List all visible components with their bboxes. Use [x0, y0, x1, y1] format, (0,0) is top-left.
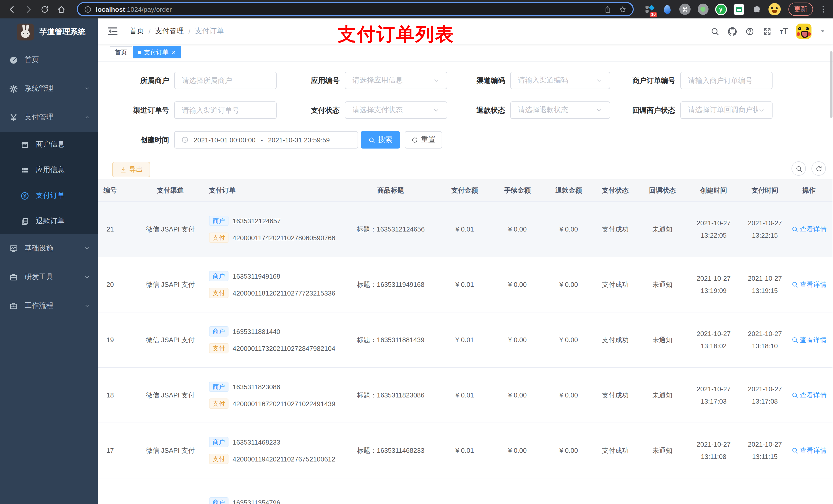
table-row: 20 微信 JSAPI 支付 商户1635311949168 支付4200001… [98, 257, 832, 312]
chevron-down-icon [84, 86, 90, 92]
payment-submenu: 商户信息 应用信息 支付订单 退款订单 [0, 131, 98, 234]
font-size-icon[interactable]: TT [780, 27, 788, 35]
tab-pay-order[interactable]: 支付订单 [133, 46, 181, 58]
table-header-row: 编号 支付渠道 支付订单 商品标题 支付金额 手续金额 退款金额 支付状态 回调… [98, 179, 832, 202]
browser-toolbar: localhost:1024/pay/order 10 y 更新 [0, 0, 833, 19]
status-badge: 支付成功 [589, 280, 642, 289]
extension-blocks-icon[interactable]: 10 [643, 3, 655, 15]
red-annotation-text: 支付订单列表 [338, 22, 454, 47]
view-detail-link[interactable]: 查看详情 [785, 446, 832, 455]
sidebar-item-merchant-info[interactable]: 商户信息 [0, 131, 98, 157]
page-scrollbar-thumb[interactable] [830, 51, 832, 118]
sidebar-item-app-info[interactable]: 应用信息 [0, 157, 98, 183]
filter-label-notify-status: 回调商户状态 [609, 101, 675, 119]
merchant-filter-input[interactable] [174, 72, 277, 89]
app-filter-select[interactable]: 请选择应用信息 [345, 72, 447, 89]
app-title: 芋道管理系统 [40, 27, 86, 37]
magnifier-icon [791, 337, 798, 343]
merchant-order-no-input[interactable] [680, 72, 772, 89]
browser-profile-avatar[interactable] [768, 3, 781, 15]
refund-status-select[interactable]: 请选择退款状态 [510, 101, 610, 119]
fullscreen-icon[interactable] [762, 27, 771, 36]
notify-status-select[interactable]: 请选择订单回调商户状态 [680, 101, 772, 119]
chevron-up-icon [84, 114, 90, 120]
filter-label-merchant-order-no: 商户订单编号 [609, 72, 675, 89]
merchant-tag: 商户 [209, 497, 229, 504]
sidebar-item-system[interactable]: 系统管理 [0, 74, 98, 103]
breadcrumb-payment[interactable]: 支付管理 [155, 27, 184, 36]
search-icon[interactable] [710, 27, 719, 36]
site-info-icon[interactable] [84, 5, 92, 13]
extension-badge: 10 [649, 12, 657, 18]
gear-icon [8, 83, 19, 94]
merchant-tag: 商户 [209, 382, 229, 392]
filter-label-pay-status: 支付状态 [273, 101, 340, 119]
sidebar-item-infrastructure[interactable]: 基础设施 [0, 234, 98, 263]
filter-label-channel-order-no: 渠道订单号 [102, 101, 169, 119]
merchant-tag: 商户 [209, 216, 229, 226]
share-icon[interactable] [604, 5, 612, 13]
sidebar-item-home[interactable]: 首页 [0, 46, 98, 74]
avatar-caret-icon[interactable] [820, 28, 826, 34]
extension-y-icon[interactable]: y [715, 3, 727, 15]
browser-home-button[interactable] [54, 3, 68, 16]
active-tab-dot [138, 50, 141, 54]
chevron-down-icon [84, 274, 90, 280]
github-icon[interactable] [728, 27, 737, 36]
sidebar-item-payment[interactable]: 支付管理 [0, 103, 98, 131]
top-navbar: 首页 / 支付管理 / 支付订单 支付订单列表 TT [98, 19, 833, 44]
sidebar-item-dev-tools[interactable]: 研发工具 [0, 263, 98, 291]
sidebar-item-pay-order[interactable]: 支付订单 [0, 183, 98, 209]
channel-code-select[interactable]: 请输入渠道编码 [510, 72, 610, 89]
browser-reload-button[interactable] [38, 3, 51, 16]
view-detail-link[interactable]: 查看详情 [785, 224, 832, 234]
create-time-range-input[interactable]: 2021-10-01 00:00:00 - 2021-10-31 23:59:5… [174, 131, 358, 148]
pay-tag: 支付 [209, 233, 229, 243]
extension-command-icon[interactable] [679, 3, 691, 15]
browser-back-button[interactable] [5, 3, 19, 16]
view-detail-link[interactable]: 查看详情 [785, 280, 832, 289]
app-logo[interactable]: 芋道管理系统 [0, 19, 98, 46]
browser-menu-icon[interactable] [819, 5, 828, 14]
date-end-value: 2021-10-31 23:59:59 [268, 136, 330, 144]
sidebar-item-refund-order[interactable]: 退款订单 [0, 209, 98, 234]
pay-status-select[interactable]: 请选择支付状态 [345, 101, 447, 119]
refresh-table-button[interactable] [811, 161, 826, 176]
sidebar-collapse-icon[interactable] [107, 26, 118, 37]
help-icon[interactable] [745, 27, 754, 36]
extension-gem-icon[interactable] [661, 3, 673, 15]
pay-tag: 支付 [209, 399, 229, 409]
table-row-partial: 商户1635311354796 [98, 478, 832, 504]
breadcrumb-home[interactable]: 首页 [129, 27, 144, 36]
view-detail-link[interactable]: 查看详情 [785, 335, 832, 344]
magnifier-icon [791, 281, 798, 288]
show-search-toggle-button[interactable] [791, 161, 806, 176]
clock-icon [181, 136, 189, 143]
browser-update-button[interactable]: 更新 [788, 3, 813, 16]
bookmark-star-icon[interactable] [619, 5, 626, 13]
reset-button[interactable]: 重置 [405, 131, 442, 148]
view-detail-link[interactable]: 查看详情 [785, 390, 832, 400]
briefcase-icon [8, 272, 19, 282]
extensions-puzzle-icon[interactable] [751, 3, 763, 15]
page-content: 所属商户 应用编号 请选择应用信息 渠道编码 请输入渠道编码 商户订单编号 渠道… [98, 62, 833, 504]
pay-tag: 支付 [209, 288, 229, 298]
address-bar[interactable]: localhost:1024/pay/order [77, 2, 634, 16]
pay-tag: 支付 [209, 454, 229, 464]
channel-order-no-input[interactable] [174, 101, 277, 119]
tab-home[interactable]: 首页 [110, 46, 132, 58]
tab-close-icon[interactable] [171, 50, 176, 55]
export-button[interactable]: 导出 [112, 162, 150, 177]
chevron-down-icon [84, 245, 90, 251]
sidebar-item-workflow[interactable]: 工作流程 [0, 291, 98, 320]
extension-chat-icon[interactable] [733, 3, 745, 15]
extension-dot-icon[interactable] [697, 3, 709, 15]
yen-circle-icon [20, 191, 30, 201]
browser-forward-button[interactable] [22, 3, 35, 16]
user-avatar[interactable] [796, 24, 811, 39]
filter-label-refund-status: 退款状态 [438, 101, 505, 119]
download-icon [120, 166, 126, 173]
tabs-bar: 首页 支付订单 [98, 44, 833, 62]
breadcrumb: 首页 / 支付管理 / 支付订单 [129, 27, 224, 36]
search-button[interactable]: 搜索 [361, 131, 400, 148]
